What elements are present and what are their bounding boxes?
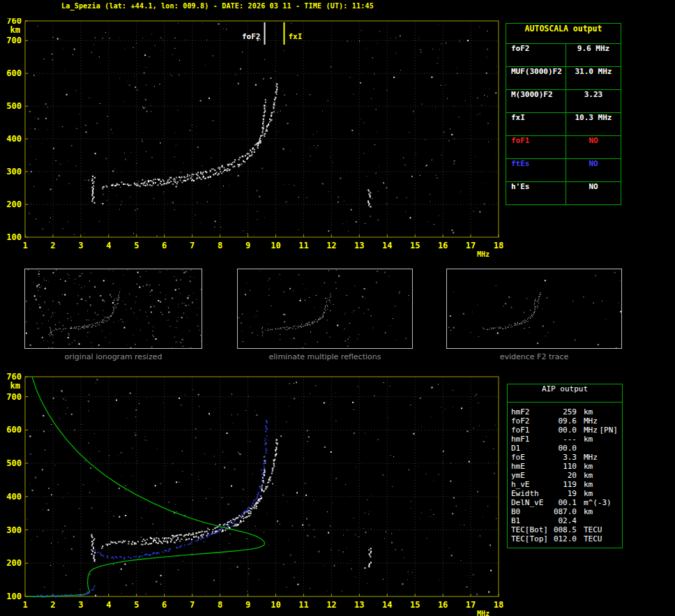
svg-text:17: 17 bbox=[466, 241, 476, 250]
svg-text:6: 6 bbox=[162, 600, 167, 610]
autoscala-param-value: 31.0 MHz bbox=[566, 67, 621, 89]
autoscala-param-value: NO bbox=[566, 159, 621, 181]
aip-row-foF2: foF209.6MHz bbox=[508, 416, 622, 426]
aip-row-hmF2: hmF2259km bbox=[508, 407, 622, 416]
svg-text:11: 11 bbox=[298, 241, 308, 250]
aip-param-unit: TECU bbox=[584, 525, 602, 534]
aip-param-value: --- bbox=[553, 435, 577, 444]
svg-text:14: 14 bbox=[382, 600, 392, 610]
aip-param-value: 259 bbox=[553, 407, 577, 416]
autoscala-param-value: 10.3 MHz bbox=[566, 113, 621, 135]
aip-param-unit: m^(-3) bbox=[584, 498, 612, 507]
svg-text:100: 100 bbox=[6, 592, 22, 601]
aip-param-name: TEC[Bot] bbox=[511, 525, 553, 534]
aip-row-B0: B0087.0km bbox=[508, 507, 622, 516]
svg-text:3: 3 bbox=[78, 241, 83, 250]
aip-param-name: B1 bbox=[511, 516, 553, 525]
aip-param-value: 110 bbox=[553, 462, 577, 471]
aip-param-name: hmF2 bbox=[511, 407, 553, 416]
aip-param-name: B0 bbox=[511, 507, 553, 516]
autoscala-row-fxI: fxI10.3 MHz bbox=[506, 113, 621, 136]
aip-param-value: 20 bbox=[553, 471, 577, 480]
svg-text:km: km bbox=[10, 25, 20, 35]
autoscala-param-label: foF1 bbox=[506, 136, 566, 158]
aip-param-name: foF1 bbox=[511, 426, 553, 435]
aip-param-unit: km bbox=[584, 471, 593, 480]
autoscala-param-label: MUF(3000)F2 bbox=[506, 67, 566, 89]
thumbnail-original-canvas bbox=[25, 269, 202, 348]
svg-text:300: 300 bbox=[6, 167, 22, 176]
svg-text:400: 400 bbox=[6, 134, 22, 144]
aip-param-name: TEC[Top] bbox=[511, 534, 553, 543]
aip-row-ymE: ymE20km bbox=[508, 471, 622, 480]
aip-row-h_vE: h_vE119km bbox=[508, 480, 622, 489]
svg-text:5: 5 bbox=[134, 241, 139, 250]
aip-param-unit: km bbox=[584, 480, 593, 489]
aip-param-value: 008.5 bbox=[553, 525, 577, 534]
aip-param-name: ymE bbox=[511, 471, 553, 480]
autoscala-table-rows: foF29.6 MHzMUF(3000)F231.0 MHzM(3000)F23… bbox=[506, 44, 621, 204]
aip-row-D1: D100.0 bbox=[508, 444, 622, 453]
svg-text:10: 10 bbox=[271, 600, 280, 610]
aip-param-name: h_vE bbox=[511, 480, 553, 489]
station-title: La_Spezia (lat: +44.1, lon: 009.8) - DAT… bbox=[61, 2, 374, 10]
aip-param-unit: MHz bbox=[584, 426, 598, 435]
svg-text:1: 1 bbox=[22, 600, 27, 610]
svg-text:10: 10 bbox=[271, 241, 280, 250]
aip-param-name: DelN_vE bbox=[511, 498, 553, 507]
aip-param-unit: km bbox=[584, 407, 593, 416]
aip-param-name: Ewidth bbox=[511, 489, 553, 498]
svg-text:200: 200 bbox=[6, 200, 22, 209]
svg-text:600: 600 bbox=[6, 425, 22, 435]
svg-text:18: 18 bbox=[494, 241, 503, 250]
aip-param-name: foF2 bbox=[511, 416, 553, 426]
aip-row-foF1: foF100.0MHz[PN] bbox=[508, 426, 622, 435]
aip-row-hmF1: hmF1---km bbox=[508, 435, 622, 444]
autoscala-row-MUF(3000)F2: MUF(3000)F231.0 MHz bbox=[506, 67, 621, 90]
aip-param-unit: km bbox=[584, 489, 593, 498]
aip-param-name: hmE bbox=[511, 462, 553, 471]
autoscala-param-value: 9.6 MHz bbox=[566, 44, 621, 66]
svg-text:km: km bbox=[10, 381, 20, 391]
svg-text:8: 8 bbox=[218, 241, 222, 250]
svg-text:1: 1 bbox=[22, 241, 27, 250]
svg-text:600: 600 bbox=[6, 68, 22, 78]
svg-text:8: 8 bbox=[218, 600, 222, 610]
svg-text:11: 11 bbox=[298, 600, 308, 610]
aip-param-unit: MHz bbox=[584, 416, 598, 426]
svg-text:3: 3 bbox=[78, 600, 83, 610]
autoscala-param-label: fxI bbox=[506, 113, 566, 135]
svg-text:9: 9 bbox=[245, 600, 250, 610]
ionogram-profile-plot: 1234567891011121314151617181002003004005… bbox=[0, 373, 505, 616]
autoscala-row-M(3000)F2: M(3000)F23.23 bbox=[506, 90, 621, 113]
svg-text:15: 15 bbox=[410, 241, 420, 250]
aip-param-value: 012.0 bbox=[553, 534, 577, 543]
autoscala-row-h'Es: h'EsNO bbox=[506, 182, 621, 204]
svg-text:700: 700 bbox=[6, 36, 22, 45]
thumbnail-original-ionogram bbox=[24, 269, 202, 349]
autoscala-param-value: 3.23 bbox=[566, 90, 621, 112]
aip-table-rows: hmF2259kmfoF209.6MHzfoF100.0MHz[PN]hmF1-… bbox=[508, 407, 622, 543]
aip-param-value: 087.0 bbox=[553, 507, 577, 516]
aip-param-value: 02.4 bbox=[553, 516, 577, 525]
aip-output-table: AIP output hmF2259kmfoF209.6MHzfoF100.0M… bbox=[507, 384, 623, 548]
autoscala-table-header: AUTOSCALA output bbox=[506, 24, 621, 44]
aip-param-unit: km bbox=[584, 462, 593, 471]
svg-text:15: 15 bbox=[410, 600, 420, 610]
aip-param-value: 3.3 bbox=[553, 453, 577, 462]
svg-text:MHz: MHz bbox=[477, 610, 490, 616]
autoscala-param-label: h'Es bbox=[506, 182, 566, 204]
svg-text:12: 12 bbox=[326, 241, 336, 250]
autoscala-output-table: AUTOSCALA output foF29.6 MHzMUF(3000)F23… bbox=[506, 23, 621, 205]
autoscala-param-value: NO bbox=[566, 182, 621, 204]
aip-param-name: foE bbox=[511, 453, 553, 462]
aip-param-value: 09.6 bbox=[553, 416, 577, 426]
aip-param-unit: km bbox=[584, 507, 593, 516]
thumbnail-multiple-reflections-canvas bbox=[238, 269, 412, 348]
svg-text:500: 500 bbox=[6, 458, 22, 468]
svg-text:2: 2 bbox=[50, 600, 55, 610]
aip-row-Ewidth: Ewidth19km bbox=[508, 489, 622, 498]
svg-text:200: 200 bbox=[6, 558, 22, 568]
aip-row-B1: B102.4 bbox=[508, 516, 622, 525]
thumbnail-caption-original: original ionogram resized bbox=[24, 352, 202, 361]
